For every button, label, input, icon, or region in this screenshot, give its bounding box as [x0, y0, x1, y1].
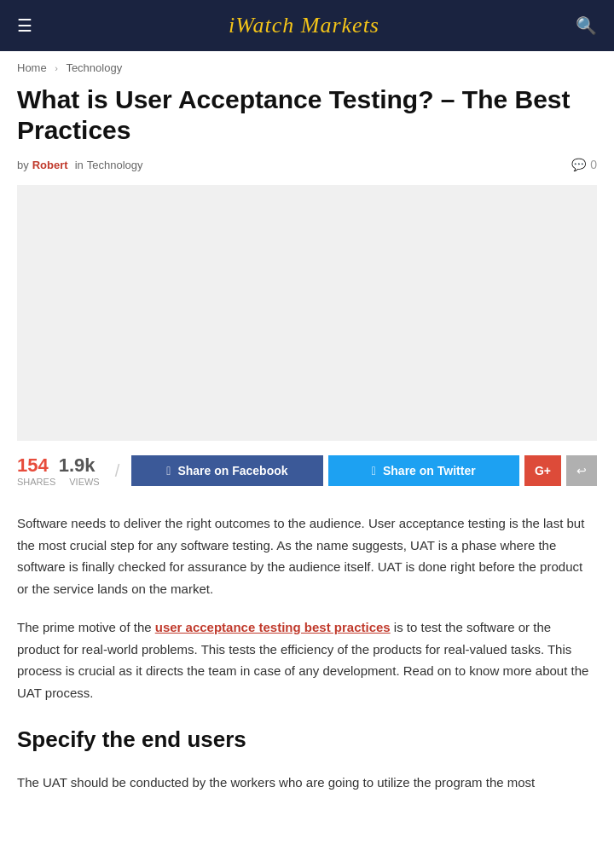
views-label: VIEWS: [69, 477, 99, 487]
share-divider: /: [115, 461, 120, 481]
breadcrumb-separator: ›: [55, 63, 58, 73]
search-icon[interactable]: 🔍: [576, 15, 597, 36]
article-body: Software needs to deliver the right outc…: [17, 512, 597, 794]
views-count: 1.9k: [59, 454, 96, 477]
article: What is User Acceptance Testing? – The B…: [0, 84, 614, 836]
shares-count: 154: [17, 454, 49, 477]
facebook-label: Share on Facebook: [177, 464, 287, 477]
meta-category: Technology: [87, 159, 143, 171]
share-stats: 154 1.9k SHARES VIEWS: [17, 454, 100, 487]
menu-icon[interactable]: ☰: [17, 15, 32, 36]
shares-label: SHARES: [17, 477, 55, 487]
share-bar: 154 1.9k SHARES VIEWS /  Share on Faceb…: [17, 454, 597, 487]
meta-by: by: [17, 159, 29, 171]
share-facebook-button[interactable]:  Share on Facebook: [131, 455, 322, 486]
breadcrumb-home[interactable]: Home: [17, 61, 47, 74]
site-header: ☰ iWatch Markets 🔍: [0, 0, 614, 51]
share-buttons-group:  Share on Facebook  Share on Twitter G…: [131, 455, 597, 486]
body-paragraph-1: Software needs to deliver the right outc…: [17, 512, 597, 599]
gplus-label: G+: [535, 464, 551, 477]
featured-image: [17, 185, 597, 441]
twitter-icon: : [372, 464, 376, 477]
facebook-icon: : [166, 464, 171, 477]
site-title: iWatch Markets: [229, 13, 379, 38]
title-regular: iWatch: [229, 13, 301, 38]
article-meta-right: 💬 0: [571, 158, 597, 171]
meta-in: in: [75, 159, 84, 171]
breadcrumb-current: Technology: [66, 61, 122, 74]
stat-num-row: 154 1.9k: [17, 454, 96, 477]
article-meta: by Robert in Technology 💬 0: [17, 158, 597, 171]
share-other-button[interactable]: ↩: [566, 455, 597, 486]
twitter-label: Share on Twitter: [383, 464, 476, 477]
section-paragraph-1: The UAT should be conducted by the worke…: [17, 772, 597, 794]
meta-author-link[interactable]: Robert: [32, 159, 68, 171]
body-paragraph-2-prefix: The prime motive of the: [17, 620, 155, 634]
breadcrumb: Home › Technology: [0, 51, 614, 84]
share-arrow-icon: ↩: [576, 464, 587, 477]
article-title: What is User Acceptance Testing? – The B…: [17, 84, 597, 146]
article-meta-left: by Robert in Technology: [17, 159, 143, 171]
uat-best-practices-link[interactable]: user acceptance testing best practices: [155, 620, 391, 634]
title-script: Markets: [301, 13, 379, 38]
body-paragraph-2: The prime motive of the user acceptance …: [17, 616, 597, 703]
comment-count: 0: [590, 158, 597, 171]
share-gplus-button[interactable]: G+: [524, 455, 561, 486]
share-twitter-button[interactable]:  Share on Twitter: [328, 455, 519, 486]
section-heading: Specify the end users: [17, 720, 597, 758]
comment-icon: 💬: [571, 158, 586, 171]
